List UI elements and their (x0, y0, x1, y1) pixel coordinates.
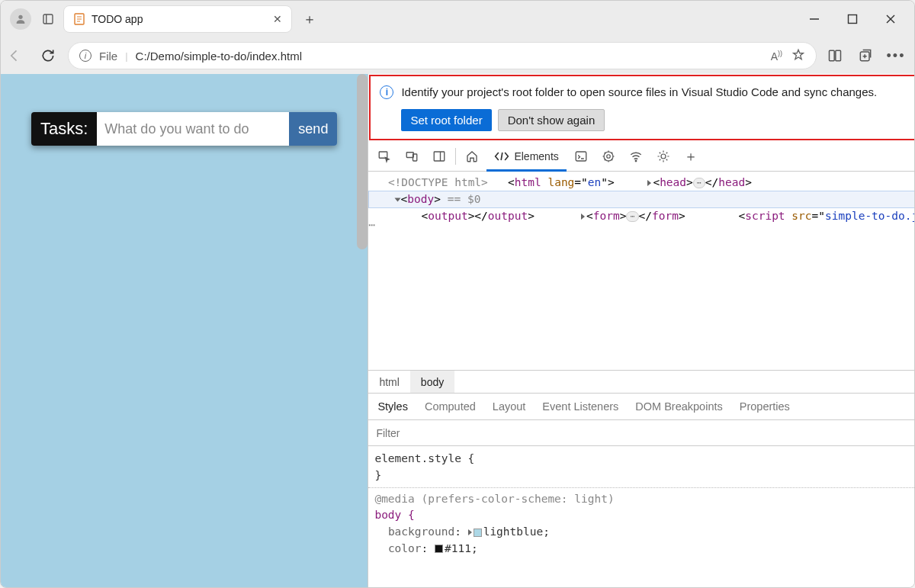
tab-actions-icon[interactable] (36, 7, 60, 31)
dom-breadcrumbs: html body (368, 370, 915, 393)
page-scrollbar[interactable] (357, 74, 368, 249)
event-listeners-tab[interactable]: Event Listeners (542, 400, 618, 413)
collections-icon[interactable] (853, 43, 878, 68)
task-label: Tasks: (31, 112, 97, 146)
console-tab-icon[interactable] (568, 143, 594, 169)
styles-filter-input[interactable] (374, 426, 915, 440)
devtools-toolbar: Elements ＋ ••• ✕ (368, 141, 915, 172)
svg-rect-16 (380, 152, 388, 158)
dom-gutter-icon[interactable]: ⋯ (368, 217, 375, 233)
site-info-icon[interactable]: i (79, 50, 92, 62)
address-bar: i File | C:/Demo/simple-to-do/index.html… (1, 37, 914, 74)
url-scheme: File (99, 50, 117, 63)
color-swatch-lightblue[interactable] (474, 529, 482, 537)
window-minimize-icon[interactable] (806, 11, 823, 27)
properties-tab[interactable]: Properties (740, 400, 790, 413)
nav-back-icon[interactable] (1, 42, 28, 69)
send-button[interactable]: send (289, 112, 337, 146)
url-path: C:/Demo/simple-to-do/index.html (136, 50, 763, 63)
root-folder-infobar: i Identify your project's root folder to… (369, 75, 915, 140)
crumb-body[interactable]: body (410, 371, 454, 393)
tab-title: TODO app (92, 13, 267, 25)
favorite-icon[interactable] (791, 48, 805, 64)
window-maximize-icon[interactable] (844, 11, 861, 27)
styles-tabs: Styles Computed Layout Event Listeners D… (368, 393, 915, 420)
browser-tab[interactable]: TODO app ✕ (63, 5, 292, 33)
svg-point-0 (18, 15, 22, 19)
browser-titlebar: TODO app ✕ ＋ (1, 1, 914, 37)
svg-point-25 (607, 154, 611, 158)
profile-avatar[interactable] (10, 8, 31, 30)
dom-breakpoints-tab[interactable]: DOM Breakpoints (635, 400, 722, 413)
performance-tab-icon[interactable] (650, 143, 676, 169)
styles-filter-bar: :hov .cls (368, 420, 915, 446)
tab-close-icon[interactable]: ✕ (273, 13, 282, 25)
read-aloud-icon[interactable]: A)) (771, 50, 782, 63)
computed-tab[interactable]: Computed (425, 400, 476, 413)
elements-tab-label: Elements (514, 150, 558, 162)
svg-rect-19 (435, 152, 445, 161)
network-tab-icon[interactable] (623, 143, 649, 169)
rendered-page: Tasks: send (1, 74, 368, 587)
split-screen-icon[interactable] (823, 43, 847, 68)
svg-rect-22 (576, 152, 586, 161)
task-input[interactable] (97, 112, 289, 146)
crumb-html[interactable]: html (368, 371, 409, 393)
menu-icon[interactable]: ••• (884, 43, 908, 68)
more-tabs-icon[interactable]: ＋ (678, 143, 704, 169)
styles-tab[interactable]: Styles (377, 400, 408, 413)
set-root-folder-button[interactable]: Set root folder (401, 109, 491, 131)
tab-favicon-icon (73, 13, 85, 25)
color-swatch-111[interactable] (435, 545, 443, 553)
styles-pane[interactable]: element.style { } base.css:9 @media (pre… (368, 446, 915, 587)
info-icon: i (380, 85, 393, 99)
new-tab-button[interactable]: ＋ (297, 6, 323, 32)
sources-tab-icon[interactable] (596, 143, 621, 169)
svg-rect-8 (849, 15, 857, 24)
dock-side-icon[interactable] (426, 143, 452, 169)
nav-refresh-icon[interactable] (34, 42, 62, 69)
task-form: Tasks: send (31, 112, 337, 146)
dom-tree[interactable]: ⋯ <!DOCTYPE html> <html lang="en"> <head… (368, 172, 915, 370)
svg-line-21 (502, 153, 503, 160)
svg-rect-1 (43, 14, 53, 24)
url-box[interactable]: i File | C:/Demo/simple-to-do/index.html… (68, 42, 817, 69)
svg-rect-12 (836, 50, 841, 60)
elements-tab[interactable]: Elements (486, 141, 566, 172)
device-toolbar-icon[interactable] (399, 143, 425, 169)
svg-rect-11 (830, 50, 835, 60)
svg-point-26 (635, 160, 637, 162)
window-close-icon[interactable] (882, 11, 899, 27)
dom-selected-body[interactable]: <body> == $0 (368, 191, 915, 208)
welcome-tab-icon[interactable] (459, 143, 485, 169)
dont-show-again-button[interactable]: Don't show again (498, 109, 605, 131)
layout-tab[interactable]: Layout (493, 400, 526, 413)
svg-point-27 (661, 154, 666, 159)
devtools-panel: i Identify your project's root folder to… (368, 74, 915, 587)
inspect-element-icon[interactable] (371, 143, 397, 169)
infobar-message: Identify your project's root folder to o… (401, 84, 915, 100)
